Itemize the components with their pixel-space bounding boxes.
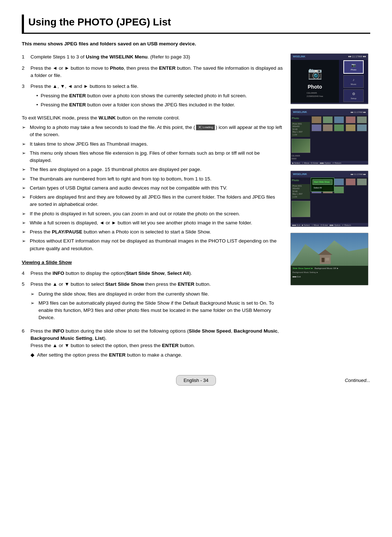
step-text-3: Press the ▲, ▼, ◄ and ► buttons to selec…: [30, 83, 283, 111]
thumb-6: [311, 124, 322, 131]
thumb-10: [357, 124, 367, 131]
nav-return: ↩ Return: [314, 103, 323, 105]
steps-list: 1 Complete Steps 1 to 3 of Using the WIS…: [22, 53, 283, 111]
step-num-5: 5: [22, 281, 27, 288]
page-title: Using the PHOTO (JPEG) List: [22, 15, 370, 34]
screen4-nav: ■■■ Exit: [293, 275, 366, 278]
intro-text: This menu shows JPEG files and folders s…: [22, 40, 370, 48]
arrow-note-6: Certain types of USB Digital camera and …: [22, 184, 283, 192]
step-num-3: 3: [22, 83, 27, 90]
screen1-menu: 📷 Photo ♪ Music ⚙ Setup: [339, 60, 368, 103]
thumb-5: [357, 116, 367, 123]
nav-move: ◄ ► Move: [292, 103, 303, 105]
screen2-file-info: Photo 0001400x40053 KBMay 1, 20071:154: [291, 122, 310, 137]
screen2-header: WISELINK ■■ 11:17AM ■■: [291, 109, 368, 115]
nav-option: ■■■ Option: [320, 162, 331, 165]
screen2-preview-thumb: [291, 139, 310, 153]
thumb-2: [323, 116, 333, 123]
nav-move2: ☆ Move: [302, 162, 309, 165]
wiselink-note: To exit WISELINK mode, press the W.LINK …: [22, 114, 283, 122]
screen3-main: Start Slide Show Select All: [311, 178, 368, 223]
arrow-note-2: It takes time to show JPEG files as Thum…: [22, 141, 283, 148]
arrow-notes: Moving to a photo may take a few seconds…: [22, 124, 283, 252]
arrow-note-7: Folders are displayed first and they are…: [22, 194, 283, 208]
screen1-file-info: CEL009052159832640 free: [307, 91, 323, 98]
step-4: 4 Press the INFO button to display the o…: [22, 270, 283, 277]
screen-3: WISELINK ■■ 11:17AM ■■ Photo Photo 00014…: [290, 171, 368, 227]
screen1-music-item: ♪ Music: [343, 75, 364, 88]
arrow-note-4: The files are displayed on a page. 15 th…: [22, 166, 283, 173]
screen2-nav: ■ Select ☆ Move ⊡ Enter ■■■ Option ↩ Ret…: [291, 161, 368, 165]
screen3-file-info: Photo 0001400x40053 KBMay 1, 20071:154: [291, 184, 310, 199]
step3-bullets: Pressing the ENTER button over a photo i…: [36, 92, 283, 109]
s3-nav-move: ☆ Move: [311, 224, 319, 227]
s3-nav-option: ■■■ Option: [330, 224, 340, 227]
steps2-list: 4 Press the INFO button to display the o…: [22, 270, 283, 361]
step5-arrow-1: During the slide show, files are display…: [30, 290, 283, 298]
slide-menu-overlay: Start Slide Show Select All: [311, 178, 334, 192]
step-3: 3 Press the ▲, ▼, ◄ and ► buttons to sel…: [22, 83, 283, 111]
arrow-note-8: If the photo is displayed in full screen…: [22, 210, 283, 217]
screen3-logo: WISELINK: [293, 172, 307, 176]
screen1-setup-item: ⚙ Setup: [343, 89, 364, 102]
svg-rect-4: [322, 258, 324, 262]
thumb-1: [311, 116, 322, 123]
screen1-photo-item: 📷 Photo: [343, 60, 364, 74]
start-slide-show-option: Start Slide Show: [313, 179, 332, 184]
screen1-time: ■■ 11:17AM ■■: [348, 55, 366, 59]
s3-nav-return: ↩ Return: [342, 224, 351, 227]
thumb-9: [346, 124, 356, 131]
bullet-1: Pressing the ENTER button over a photo i…: [36, 92, 283, 99]
step-2: 2 Press the ◄ or ► button to move to Pho…: [22, 65, 283, 80]
screen1-photo-label: Photo: [308, 83, 322, 91]
thumb-grid: [311, 115, 368, 132]
screen2-time: ■■ 11:17AM ■■: [351, 111, 366, 114]
left-column: 1 Complete Steps 1 to 3 of Using the WIS…: [22, 53, 283, 364]
screen3-time: ■■ 11:17AM ■■: [351, 173, 366, 176]
footer: English - 34 Continued...: [22, 375, 370, 386]
screen4-options-row: Slide Show Speed ► Background Music Off …: [293, 267, 366, 270]
s3-nav-exit: ■■■ Exit: [292, 224, 301, 227]
step5-arrows: During the slide show, files are display…: [30, 290, 283, 322]
nav-return2: ↩ Return: [332, 162, 342, 165]
screen1-logo: WISELINK: [293, 55, 305, 59]
step-text-2: Press the ◄ or ► button to move to Photo…: [30, 65, 283, 80]
screen1-nav: ◄ ► Move ↵ Enter ↩ Return: [291, 103, 368, 105]
select-all-option: Select All: [313, 186, 332, 190]
thumb-7: [323, 124, 333, 131]
screen-1: WISELINK ■■ 11:17AM ■■ 📷 Photo CEL009052…: [290, 53, 368, 104]
screen4-options: Slide Show Speed ► Background Music Off …: [291, 266, 368, 279]
landscape-svg: [291, 233, 368, 266]
s3-nav-enter: ⊡ Enter: [320, 224, 328, 227]
screen2-sub-info: CEL0090500000: [291, 155, 310, 160]
diamond-note: After setting the option press the ENTER…: [30, 351, 283, 359]
screen3-nav: ■■■ Exit ■ Select ☆ Move ⊡ Enter ■■■ Opt…: [291, 223, 368, 227]
s3-thumb-4: [346, 178, 356, 186]
screen3-header: WISELINK ■■ 11:17AM ■■: [291, 171, 368, 178]
landscape-photo: [291, 233, 368, 266]
loading-icon: ✕: [198, 125, 202, 130]
viewing-heading: Viewing a Slide Show: [22, 259, 283, 266]
s3-thumb-3: [334, 178, 344, 186]
nav-enter: ↵ Enter: [305, 103, 312, 105]
arrow-note-5: The thumbnails are numbered from left to…: [22, 175, 283, 183]
s3-nav-select: ■ Select: [302, 224, 310, 227]
screen2-left-panel: Photo Photo 0001400x40053 KBMay 1, 20071…: [291, 115, 311, 161]
step-5: 5 Press the ▲ or ▼ button to select Star…: [22, 281, 283, 324]
thumb-3: [334, 116, 344, 123]
loading-badge: ✕Loading: [196, 125, 215, 130]
thumb-8: [334, 124, 344, 131]
screen4-bg-setting: Background Music Setting ►: [293, 271, 366, 274]
screen3-preview: [291, 201, 310, 217]
option-slide-speed: Slide Show Speed ►: [293, 267, 313, 270]
screen2-thumb-grid: [311, 115, 368, 161]
screen1-header: WISELINK ■■ 11:17AM ■■: [291, 54, 368, 60]
s4-nav-exit: ■■■ Exit: [293, 275, 301, 278]
step-1: 1 Complete Steps 1 to 3 of Using the WIS…: [22, 53, 283, 61]
step-num-6: 6: [22, 328, 27, 335]
screen3-left-panel: Photo Photo 0001400x40053 KBMay 1, 20071…: [291, 178, 311, 223]
option-bg-music: Background Music Off ►: [315, 267, 339, 270]
s3-thumb-8: [334, 186, 344, 194]
arrow-note-9: While a full screen is displayed, ◄ or ►…: [22, 219, 283, 227]
camera-icon: 📷: [308, 64, 322, 82]
